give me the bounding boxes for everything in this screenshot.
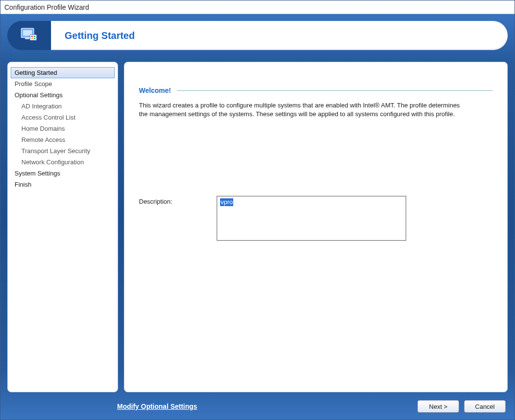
wizard-window: Configuration Profile Wizard [0,0,515,420]
svg-rect-6 [31,37,33,39]
svg-rect-5 [34,35,35,37]
window-title: Configuration Profile Wizard [4,3,89,11]
content-row: Getting Started Profile Scope Optional S… [7,62,508,392]
welcome-text: This wizard creates a profile to configu… [139,101,469,118]
nav-network-configuration[interactable]: Network Configuration [11,157,115,168]
banner-title: Getting Started [65,30,135,41]
monitor-config-icon [21,28,37,44]
banner: Getting Started [7,21,508,50]
description-value: vpro [220,198,233,206]
nav-access-control-list[interactable]: Access Control List [11,112,115,123]
svg-rect-4 [31,35,33,37]
nav-panel: Getting Started Profile Scope Optional S… [7,62,118,392]
next-button[interactable]: Next > [417,400,459,413]
modify-optional-settings-link[interactable]: Modify Optional Settings [117,402,197,410]
svg-rect-3 [30,35,37,40]
nav-optional-settings[interactable]: Optional Settings [11,89,115,101]
nav-finish[interactable]: Finish [11,179,115,190]
description-input[interactable]: vpro [217,196,406,241]
nav-profile-scope[interactable]: Profile Scope [11,78,115,89]
nav-home-domains[interactable]: Home Domains [11,123,115,134]
description-row: Description: vpro [139,196,493,241]
section-title: Welcome! [139,87,171,94]
nav-getting-started[interactable]: Getting Started [11,67,115,78]
client-area: Getting Started Getting Started Profile … [0,14,515,420]
nav-ad-integration[interactable]: AD Integration [11,101,115,112]
titlebar: Configuration Profile Wizard [0,0,515,14]
svg-rect-2 [25,37,30,39]
nav-system-settings[interactable]: System Settings [11,168,115,179]
nav-transport-layer-security[interactable]: Transport Layer Security [11,145,115,157]
cancel-button[interactable]: Cancel [464,400,506,413]
description-label: Description: [139,196,188,205]
nav-remote-access[interactable]: Remote Access [11,134,115,145]
main-panel: Welcome! This wizard creates a profile t… [124,62,508,392]
banner-bar: Getting Started [51,21,508,50]
svg-rect-7 [34,37,35,39]
footer: Modify Optional Settings Next > Cancel [0,396,515,420]
section-header: Welcome! [139,87,493,94]
section-divider [177,90,493,91]
banner-icon-wrap [7,21,51,50]
